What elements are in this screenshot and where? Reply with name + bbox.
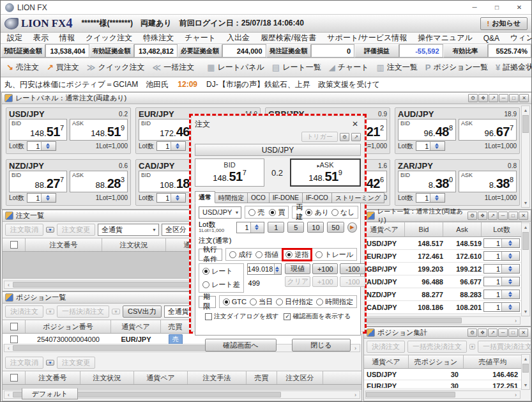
lot-input[interactable]: 1 xyxy=(416,141,445,151)
lot-input[interactable]: 1 xyxy=(27,193,56,203)
rate-row-nzdjpy[interactable]: NZD/JPY88.27788.2831 xyxy=(364,288,522,301)
scroll-up-icon[interactable]: ▲ xyxy=(522,106,529,114)
rate-row-gbpjpy[interactable]: GBP/JPY199.203199.2121 xyxy=(364,263,522,275)
ask-button[interactable]: ASK88.283 xyxy=(70,171,128,192)
scroll-down-icon[interactable]: ▼ xyxy=(522,381,529,389)
toolbar-batch-order[interactable]: ≪一括注文 xyxy=(149,60,198,75)
lot-input[interactable]: 1 xyxy=(483,290,520,299)
scroll-down-icon[interactable]: ▼ xyxy=(522,307,529,316)
lot-spinner[interactable] xyxy=(171,194,185,202)
col-ask[interactable]: Ask xyxy=(443,222,482,236)
lot-input[interactable]: 1 xyxy=(416,193,445,203)
minimize-icon[interactable]: ─ xyxy=(464,1,485,14)
toolbar-rate-panel[interactable]: ▦レートパネル xyxy=(204,60,268,75)
hedge-off-radio[interactable]: なし xyxy=(331,208,355,217)
rate-panel-vscrollbar[interactable]: ▲ ▼ xyxy=(521,105,530,208)
bid-button[interactable]: BID96.488 xyxy=(398,119,456,141)
expiry-today-radio[interactable]: 当日 xyxy=(250,297,273,307)
close-icon[interactable]: ✕ xyxy=(519,212,528,220)
pin-icon[interactable]: ↗ xyxy=(489,94,498,102)
scroll-right-icon[interactable]: › xyxy=(512,317,520,324)
pin-icon[interactable]: ↗ xyxy=(488,329,498,337)
menu-settings[interactable]: 設定 xyxy=(7,33,22,43)
scroll-right-icon[interactable]: › xyxy=(512,391,520,398)
design-icon[interactable]: ❖ xyxy=(478,94,488,102)
close-icon[interactable]: ✕ xyxy=(519,94,529,102)
gear-icon[interactable]: ⚙ xyxy=(467,329,477,337)
sell-radio[interactable]: 売 xyxy=(248,208,264,217)
col-lot[interactable]: Lot数 xyxy=(482,222,522,236)
lot-input[interactable]: 1 xyxy=(236,222,264,233)
order-cancel-dropdown-icon[interactable]: ▼ xyxy=(46,227,54,233)
bulk-close-button[interactable]: 一括決済注文 xyxy=(57,305,109,318)
menu-manual[interactable]: 操作マニュアル xyxy=(418,33,472,43)
select-all-checkbox[interactable] xyxy=(10,374,18,382)
menu-special-order[interactable]: 特殊注文 xyxy=(143,33,174,43)
toolbar-sell-order[interactable]: ↘売注文 xyxy=(3,60,42,75)
col-order-type[interactable]: 注文区分 xyxy=(277,371,323,384)
scroll-up-icon[interactable]: ▲ xyxy=(522,223,529,231)
rate-row-eurjpy[interactable]: EUR/JPY172.461172.6101 xyxy=(364,250,522,263)
menu-qa[interactable]: Q&A xyxy=(483,34,499,43)
lot-input[interactable]: 1 xyxy=(156,141,186,151)
close-icon[interactable]: ✕ xyxy=(349,120,361,128)
tab-if-done[interactable]: IF-DONE xyxy=(270,192,303,203)
ask-button[interactable]: ASK148.519 xyxy=(70,119,128,141)
col-currency-pair[interactable]: 通貨ペア xyxy=(111,320,161,333)
close-icon[interactable]: ✕ xyxy=(508,1,530,14)
col-sell-position[interactable]: 売ポジション xyxy=(409,355,464,368)
rate-list-vscrollbar[interactable]: ▲ ▼ xyxy=(521,222,530,316)
confirm-button[interactable]: 確認画面へ xyxy=(205,339,277,352)
menu-info[interactable]: 情報 xyxy=(59,33,75,43)
lot-spinner[interactable] xyxy=(430,142,445,150)
col-side[interactable]: 売買 xyxy=(247,371,277,384)
tab-normal[interactable]: 通常 xyxy=(195,191,215,203)
bulk-close-dropdown-icon[interactable]: ▼ xyxy=(112,309,120,314)
order-cancel-button[interactable]: 注文取消 xyxy=(5,357,43,369)
toolbar-rate-list[interactable]: ▤レート一覧 xyxy=(269,60,324,75)
order-cancel-button[interactable]: 注文取消 xyxy=(5,224,43,236)
expiry-time-radio[interactable]: 時間指定 xyxy=(316,297,353,307)
lot-spinner[interactable] xyxy=(171,142,185,150)
summary-row-usdjpy[interactable]: USD/JPY 30 146.462 xyxy=(364,369,522,380)
lot-spinner[interactable] xyxy=(41,142,56,150)
summary-vscrollbar[interactable]: ▲ ▼ xyxy=(521,354,530,390)
col-side[interactable]: 売買 xyxy=(161,320,190,333)
lot-spinner[interactable] xyxy=(41,194,56,202)
menu-view[interactable]: 表示 xyxy=(33,33,49,43)
col-order-status[interactable]: 注文状況 xyxy=(102,238,166,251)
trigger-button[interactable]: トリガー xyxy=(301,132,338,142)
news-ticker[interactable]: 丸、円安は株価にポジティブ＝GCIAM 池田氏 12:09 DJ-【市場の声】鉄… xyxy=(1,77,531,92)
lot-input[interactable]: 1 xyxy=(483,264,520,274)
col-order-method[interactable]: 注文手法 xyxy=(188,371,247,384)
rate-radio[interactable]: レート xyxy=(202,267,240,276)
lot-input[interactable]: 1 xyxy=(483,251,520,261)
csv-export-button[interactable]: CSV出力 xyxy=(123,305,162,318)
col-pair[interactable]: 通貨ペア xyxy=(364,355,409,368)
toolbar-quick-order[interactable]: ≫クイック注文 xyxy=(84,60,148,75)
maximize-icon[interactable]: □ xyxy=(508,329,518,337)
scroll-thumb[interactable] xyxy=(366,392,455,398)
lot-input[interactable]: 1 xyxy=(483,302,520,312)
order-modify-button[interactable]: 注文変更 xyxy=(57,357,95,369)
current-price-button[interactable]: 現値 xyxy=(285,263,310,274)
order-modify-button[interactable]: 注文変更 xyxy=(57,224,95,236)
col-order-number[interactable]: 注文番号 xyxy=(26,371,80,384)
close-icon[interactable]: ✕ xyxy=(519,329,528,337)
expiry-gtc-radio[interactable]: GTC xyxy=(223,298,247,305)
tab-time-specified[interactable]: 時間指定 xyxy=(215,192,248,203)
pair-select[interactable]: USD/JPY▼ xyxy=(199,206,241,219)
summary-hscrollbar[interactable]: › xyxy=(365,390,521,399)
bulk-buy-close-button[interactable]: 一括買決済注文 xyxy=(478,341,531,353)
summary-row-eurjpy[interactable]: EUR/JPY 30 172.251 xyxy=(364,380,522,388)
bid-button[interactable]: BID8.380 xyxy=(398,171,456,192)
rate-list-hscrollbar[interactable]: › xyxy=(365,316,521,325)
menu-window[interactable]: ウィンドウ xyxy=(510,33,532,43)
exec-market-radio[interactable]: 成行 xyxy=(229,250,252,259)
lot-quick-1[interactable]: 1 xyxy=(268,222,284,233)
col-position-number[interactable]: ポジション番号 xyxy=(26,320,111,333)
currency-filter-select[interactable]: 全通貨▼ xyxy=(98,224,159,236)
lot-input[interactable]: 1 xyxy=(156,193,186,203)
ask-button[interactable]: ▸ASK 148.519 xyxy=(290,158,361,187)
buy-radio[interactable]: 買 xyxy=(269,208,285,217)
